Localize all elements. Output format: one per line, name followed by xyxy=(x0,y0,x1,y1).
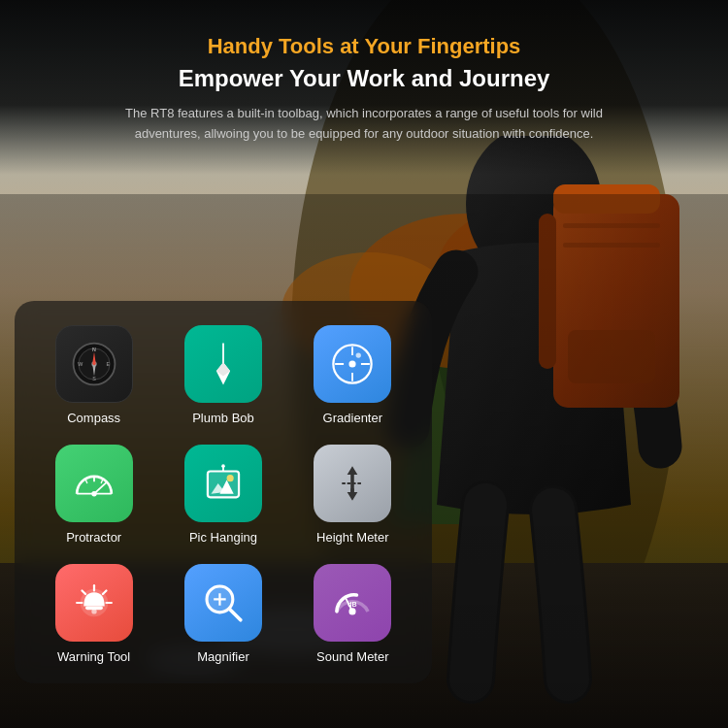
plumb-bob-icon xyxy=(199,340,248,388)
magnifier-label: Magnifier xyxy=(197,649,248,664)
svg-line-55 xyxy=(82,591,85,595)
compass-label: Compass xyxy=(67,411,120,425)
tool-item-sound-meter[interactable]: dB Sound Meter xyxy=(293,564,413,664)
page-description: The RT8 features a built-in toolbag, whi… xyxy=(112,104,616,145)
svg-marker-50 xyxy=(347,488,358,500)
plumb-bob-label: Plumb Bob xyxy=(192,411,254,425)
gradienter-label: Gradienter xyxy=(323,411,382,425)
protractor-icon xyxy=(70,459,118,508)
svg-text:dB: dB xyxy=(348,601,358,609)
warning-tool-icon xyxy=(70,579,118,627)
tool-item-protractor[interactable]: Protractor xyxy=(34,445,153,545)
height-meter-icon xyxy=(328,459,377,508)
svg-text:S: S xyxy=(92,376,96,381)
magnifier-icon-bg xyxy=(184,564,262,642)
tools-panel: N S E W Compass xyxy=(15,301,432,683)
tool-item-plumb-bob[interactable]: Plumb Bob xyxy=(163,325,282,425)
compass-icon-bg: N S E W xyxy=(55,325,133,403)
svg-point-42 xyxy=(91,491,96,496)
page-title: Empower Your Work and Journey xyxy=(39,65,689,92)
svg-line-63 xyxy=(229,609,241,620)
gradienter-icon-bg xyxy=(314,325,391,403)
compass-icon: N S E W xyxy=(70,340,118,388)
tool-item-magnifier[interactable]: Magnifier xyxy=(163,564,282,664)
svg-text:E: E xyxy=(106,361,110,367)
svg-text:N: N xyxy=(92,347,96,352)
tools-grid: N S E W Compass xyxy=(34,325,413,664)
pic-hanging-icon xyxy=(199,459,248,508)
pic-hanging-label: Pic Hanging xyxy=(189,530,257,545)
header-section: Handy Tools at Your Fingertips Empower Y… xyxy=(19,19,709,159)
warning-tool-label: Warning Tool xyxy=(57,649,130,664)
tool-item-compass[interactable]: N S E W Compass xyxy=(34,325,153,425)
sound-meter-label: Sound Meter xyxy=(316,649,388,664)
sound-meter-icon: dB xyxy=(328,579,377,627)
svg-line-54 xyxy=(103,591,107,595)
svg-point-46 xyxy=(227,475,234,481)
page-wrapper: Handy Tools at Your Fingertips Empower Y… xyxy=(0,0,728,728)
warning-tool-icon-bg xyxy=(55,564,133,642)
protractor-icon-bg xyxy=(55,445,133,522)
tools-section: N S E W Compass xyxy=(15,301,432,683)
tool-item-warning[interactable]: Warning Tool xyxy=(34,564,153,664)
svg-point-48 xyxy=(221,464,225,468)
page-subtitle: Handy Tools at Your Fingertips xyxy=(39,34,689,59)
tool-item-gradienter[interactable]: Gradienter xyxy=(293,325,413,425)
svg-point-59 xyxy=(91,609,96,613)
svg-point-36 xyxy=(356,352,361,357)
magnifier-icon xyxy=(199,579,248,627)
pic-hanging-icon-bg xyxy=(184,445,262,522)
sound-meter-icon-bg: dB xyxy=(314,564,391,642)
svg-marker-49 xyxy=(347,466,358,492)
protractor-label: Protractor xyxy=(66,530,121,545)
height-meter-icon-bg xyxy=(314,445,391,522)
tool-item-height-meter[interactable]: Height Meter xyxy=(293,445,413,545)
plumb-bob-icon-bg xyxy=(184,325,262,403)
gradienter-icon xyxy=(328,340,377,388)
tool-item-pic-hanging[interactable]: Pic Hanging xyxy=(163,445,282,545)
height-meter-label: Height Meter xyxy=(316,530,388,545)
content: Handy Tools at Your Fingertips Empower Y… xyxy=(0,0,728,159)
svg-point-35 xyxy=(349,360,356,367)
